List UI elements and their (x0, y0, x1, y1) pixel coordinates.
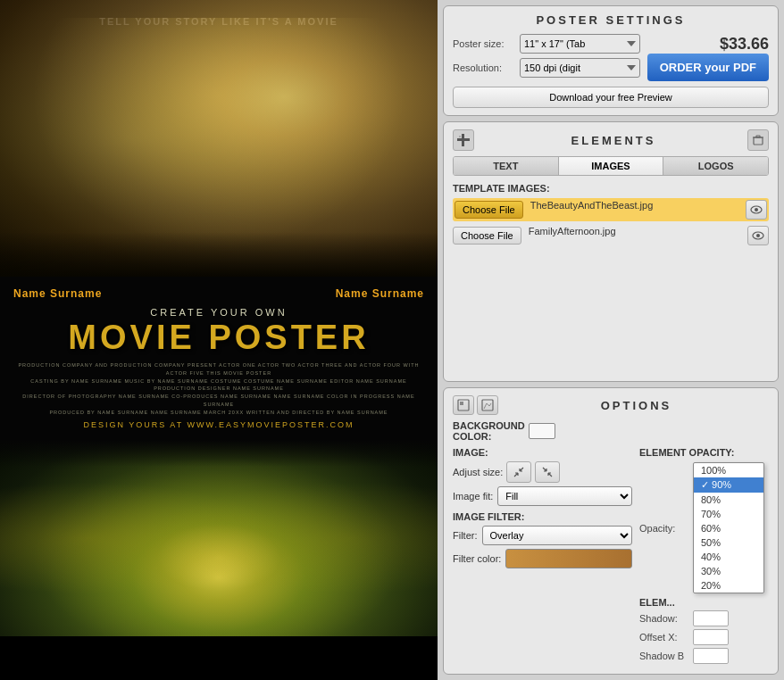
svg-rect-3 (754, 137, 763, 145)
elements-header: ELEMENTS (453, 129, 769, 151)
size-row: Poster size: 11" x 17" (Tab (453, 34, 640, 54)
options-left-col: IMAGE: Adjust size: Image fit: Fill Fit (453, 447, 632, 667)
filename-1: TheBeautyAndTheBeast.jpg (527, 200, 742, 220)
svg-point-9 (756, 234, 760, 237)
download-preview-button[interactable]: Download your free Preview (453, 87, 769, 108)
shadow-input[interactable] (693, 610, 729, 626)
resolution-row: Resolution: 150 dpi (digit (453, 58, 640, 78)
poster-website: DESIGN YOURS AT WWW.EASYMOVIEPOSTER.COM (13, 420, 424, 429)
image-section-label: IMAGE: (453, 447, 632, 458)
options-title: OPTIONS (504, 399, 769, 412)
poster-bottom-scene (0, 440, 438, 636)
opacity-100[interactable]: 100% (694, 463, 763, 477)
tab-logos[interactable]: LOGOS (663, 157, 768, 175)
poster-settings-box: POSTER SETTINGS Poster size: 11" x 17" (… (443, 5, 779, 116)
resolution-select[interactable]: 150 dpi (digit (520, 58, 640, 78)
opacity-60[interactable]: 60% (694, 521, 763, 535)
poster-settings-title: POSTER SETTINGS (453, 13, 769, 27)
shadow-row: Shadow: (639, 610, 769, 626)
filter-color-label: Filter color: (453, 553, 501, 564)
right-panel: POSTER SETTINGS Poster size: 11" x 17" (… (438, 0, 784, 680)
opacity-70[interactable]: 70% (694, 507, 763, 521)
options-content: IMAGE: Adjust size: Image fit: Fill Fit (453, 447, 769, 667)
adjust-size-row: Adjust size: (453, 461, 632, 483)
order-pdf-button[interactable]: ORDER your PDF (647, 54, 769, 81)
filter-label: Filter: (453, 530, 478, 541)
tab-text[interactable]: TEXT (454, 157, 559, 175)
shrink-button[interactable] (506, 461, 531, 483)
visibility-button-1[interactable] (746, 200, 767, 220)
shadow-b-label: Shadow B (639, 651, 688, 661)
bg-color-swatch[interactable] (529, 423, 555, 439)
price-label: $33.66 (647, 35, 769, 54)
filename-2: FamilyAfternoon.jpg (525, 226, 744, 245)
opacity-20[interactable]: 20% (694, 578, 763, 593)
template-images-label: TEMPLATE IMAGES: (453, 183, 769, 194)
offset-x-label: Offset X: (639, 632, 688, 643)
element-opacity-title: ELEMENT OPACITY: (639, 447, 769, 458)
svg-rect-2 (459, 136, 461, 137)
opacity-40[interactable]: 40% (694, 550, 763, 564)
elements-box: ELEMENTS TEXT IMAGES LOGOS TEMPLATE IMAG… (443, 121, 779, 382)
svg-rect-12 (482, 400, 493, 410)
opacity-80[interactable]: 80% (694, 493, 763, 507)
options-right-col: ELEMENT OPACITY: Opacity: 100% 90% 80% 7… (639, 447, 769, 667)
opacity-50[interactable]: 50% (694, 535, 763, 550)
image-fit-select[interactable]: Fill Fit Stretch Center (497, 486, 632, 506)
svg-rect-11 (460, 402, 463, 405)
options-icon-group (453, 395, 498, 415)
elements-add-icon[interactable] (453, 129, 474, 151)
bg-color-row: BACKGROUND COLOR: (453, 420, 769, 442)
poster-credits: PRODUCTION COMPANY AND PRODUCTION COMPAN… (13, 361, 424, 417)
shadow-b-row: Shadow B (639, 648, 769, 664)
opacity-90[interactable]: 90% (694, 477, 763, 493)
opacity-label: Opacity: (639, 523, 688, 534)
choose-file-button-1[interactable]: Choose File (455, 201, 523, 219)
options-header: OPTIONS (453, 395, 769, 415)
shadow-section: ELEM... Shadow: Offset X: Shadow B (639, 597, 769, 664)
opacity-dropdown: 100% 90% 80% 70% 60% 50% 40% 30% 20% (693, 462, 764, 593)
size-label: Poster size: (453, 38, 515, 49)
filter-color-row: Filter color: (453, 549, 632, 568)
bg-color-label: BACKGROUND COLOR: (453, 420, 524, 442)
opacity-row: Opacity: 100% 90% 80% 70% 60% 50% 40% 30… (639, 462, 769, 593)
image-fit-row: Image fit: Fill Fit Stretch Center (453, 486, 632, 506)
poster-top-scene: TELL YOUR STORY LIKE IT'S A MOVIE (0, 0, 438, 277)
poster-title: MOVIE POSTER (13, 320, 424, 354)
offset-x-input[interactable] (693, 629, 729, 645)
image-fit-label: Image fit: (453, 491, 493, 502)
expand-button[interactable] (535, 461, 560, 483)
shadow-b-input[interactable] (693, 648, 729, 664)
svg-rect-1 (457, 138, 470, 141)
filter-select[interactable]: None Overlay Multiply Screen (482, 526, 633, 545)
svg-point-7 (755, 208, 758, 211)
elements-delete-button[interactable] (747, 129, 769, 151)
shadow-label: Shadow: (639, 613, 688, 624)
movie-poster: TELL YOUR STORY LIKE IT'S A MOVIE Name S… (0, 0, 438, 680)
visibility-button-2[interactable] (747, 226, 769, 245)
image-row-1: Choose File TheBeautyAndTheBeast.jpg (453, 198, 769, 221)
adjust-size-label: Adjust size: (453, 467, 503, 477)
size-select[interactable]: 11" x 17" (Tab (520, 34, 640, 54)
shadow-title: ELEM... (639, 597, 769, 608)
options-icon-1[interactable] (453, 395, 474, 415)
choose-file-button-2[interactable]: Choose File (453, 227, 521, 245)
actor1-name: Name Surname (13, 287, 102, 300)
image-filter-label: IMAGE FILTER: (453, 511, 632, 522)
options-icon-2[interactable] (477, 395, 498, 415)
resolution-label: Resolution: (453, 62, 515, 73)
actor2-name: Name Surname (336, 287, 424, 300)
filter-color-swatch[interactable] (505, 549, 632, 568)
elements-tab-bar: TEXT IMAGES LOGOS (453, 156, 769, 176)
poster-subtitle: CREATE YOUR OWN (13, 307, 424, 318)
options-box: OPTIONS BACKGROUND COLOR: IMAGE: Adjust … (443, 387, 779, 675)
filter-row: Filter: None Overlay Multiply Screen (453, 526, 632, 545)
elements-title: ELEMENTS (480, 134, 747, 147)
offset-x-row: Offset X: (639, 629, 769, 645)
poster-actors: Name Surname Name Surname (13, 287, 424, 300)
poster-text-band: Name Surname Name Surname CREATE YOUR OW… (0, 277, 438, 440)
tab-images[interactable]: IMAGES (559, 157, 664, 175)
image-row-2: Choose File FamilyAfternoon.jpg (453, 226, 769, 245)
opacity-30[interactable]: 30% (694, 564, 763, 578)
